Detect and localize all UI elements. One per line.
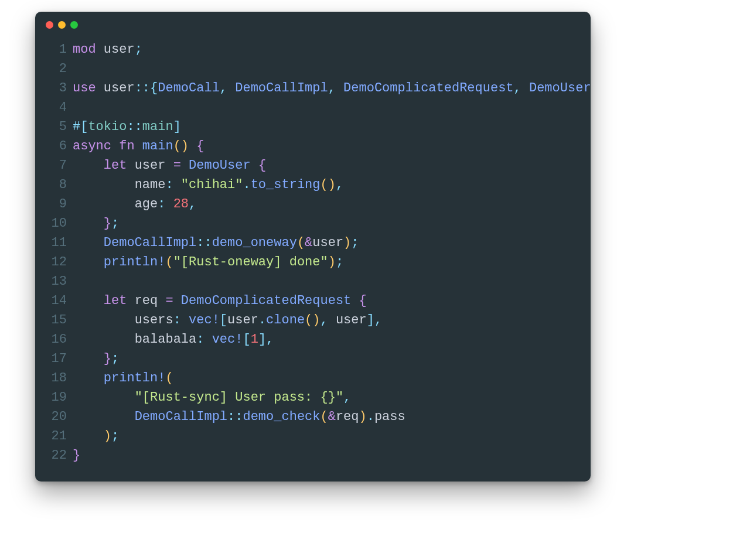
line-content: println!("[Rust-oneway] done"); [73,252,343,272]
line-number: 18 [35,368,73,388]
line-content: let req = DemoComplicatedRequest { [73,291,367,310]
line-content: use user::{DemoCall, DemoCallImpl, DemoC… [73,78,591,98]
code-window: 1mod user;2 3use user::{DemoCall, DemoCa… [35,12,591,482]
code-line: 7 let user = DemoUser { [35,156,579,175]
line-number: 3 [35,78,73,98]
line-number: 7 [35,156,73,175]
line-number: 12 [35,252,73,272]
line-number: 16 [35,330,73,349]
minimize-icon[interactable] [58,21,66,29]
code-line: 1mod user; [35,40,579,59]
line-number: 22 [35,446,73,465]
code-line: 12 println!("[Rust-oneway] done"); [35,252,579,272]
line-number: 10 [35,214,73,233]
line-content: #[tokio::main] [73,117,181,136]
line-content: mod user; [73,40,142,59]
line-content: users: vec![user.clone(), user], [73,310,382,330]
line-number: 21 [35,426,73,446]
code-line: 8 name: "chihai".to_string(), [35,175,579,194]
code-line: 17 }; [35,349,579,368]
line-number: 17 [35,349,73,368]
line-content: }; [73,214,119,233]
code-line: 5#[tokio::main] [35,117,579,136]
code-line: 2 [35,59,579,78]
line-content: println!( [73,368,173,388]
line-content: age: 28, [73,194,196,214]
line-number: 11 [35,233,73,252]
line-content: async fn main() { [73,136,204,156]
line-content: "[Rust-sync] User pass: {}", [73,388,351,407]
code-line: 3use user::{DemoCall, DemoCallImpl, Demo… [35,78,579,98]
code-line: 9 age: 28, [35,194,579,214]
line-number: 19 [35,388,73,407]
line-number: 1 [35,40,73,59]
code-line: 21 ); [35,426,579,446]
line-content [73,59,80,78]
close-icon[interactable] [46,21,53,29]
code-line: 10 }; [35,214,579,233]
code-line: 6async fn main() { [35,136,579,156]
window-titlebar [35,12,591,37]
line-number: 13 [35,272,73,291]
line-content [73,272,80,291]
line-number: 6 [35,136,73,156]
line-number: 4 [35,98,73,117]
line-number: 8 [35,175,73,194]
line-number: 20 [35,407,73,426]
line-content: let user = DemoUser { [73,156,266,175]
line-number: 14 [35,291,73,310]
maximize-icon[interactable] [70,21,78,29]
code-line: 18 println!( [35,368,579,388]
line-content: }; [73,349,119,368]
code-line: 13 [35,272,579,291]
line-content [73,98,80,117]
code-line: 4 [35,98,579,117]
line-content: balabala: vec![1], [73,330,274,349]
code-line: 15 users: vec![user.clone(), user], [35,310,579,330]
line-content: ); [73,426,119,446]
code-line: 19 "[Rust-sync] User pass: {}", [35,388,579,407]
line-number: 5 [35,117,73,136]
code-line: 14 let req = DemoComplicatedRequest { [35,291,579,310]
line-content: DemoCallImpl::demo_check(&req).pass [73,407,405,426]
code-line: 11 DemoCallImpl::demo_oneway(&user); [35,233,579,252]
line-content: name: "chihai".to_string(), [73,175,343,194]
line-content: DemoCallImpl::demo_oneway(&user); [73,233,359,252]
line-number: 15 [35,310,73,330]
line-number: 2 [35,59,73,78]
line-content: } [73,446,80,465]
code-line: 22} [35,446,579,465]
code-line: 16 balabala: vec![1], [35,330,579,349]
line-number: 9 [35,194,73,214]
code-editor[interactable]: 1mod user;2 3use user::{DemoCall, DemoCa… [35,37,591,465]
code-line: 20 DemoCallImpl::demo_check(&req).pass [35,407,579,426]
